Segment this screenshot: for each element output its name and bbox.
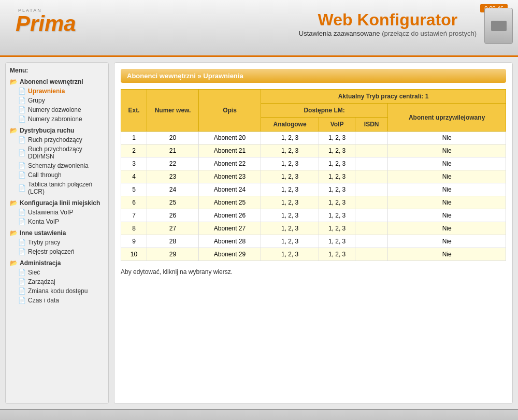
- sidebar-item-lcr[interactable]: 📄 Tablica tanich połączeń (LCR): [18, 180, 104, 196]
- cell-numer: 22: [147, 157, 199, 170]
- cell-isdn: [355, 248, 388, 261]
- cell-analogowe: 1, 2, 3: [261, 144, 319, 157]
- cell-voip: 1, 2, 3: [319, 222, 355, 235]
- sidebar-group-konfiguracja-header[interactable]: 📂 Konfiguracja linii miejskich: [10, 198, 104, 208]
- sidebar-group-inne-label: Inne ustawienia: [20, 229, 66, 237]
- main-container: Menu: 📂 Abonenci wewnętrzni 📄 Uprawnieni…: [0, 57, 518, 409]
- sidebar-group-konfiguracja: 📂 Konfiguracja linii miejskich 📄 Ustawie…: [10, 198, 104, 226]
- cell-voip: 1, 2, 3: [319, 209, 355, 222]
- table-row[interactable]: 3 22 Abonent 22 1, 2, 3 1, 2, 3 Nie: [121, 157, 506, 170]
- sidebar-group-administracja-header[interactable]: 📂 Administracja: [10, 258, 104, 268]
- sidebar-item-ruch-przychodzacy[interactable]: 📄 Ruch przychodzący: [18, 135, 104, 144]
- cell-opis: Abonent 24: [199, 183, 261, 196]
- cell-ext: 5: [121, 183, 147, 196]
- table-row[interactable]: 2 21 Abonent 21 1, 2, 3 1, 2, 3 Nie: [121, 144, 506, 157]
- cell-numer: 26: [147, 209, 199, 222]
- sidebar-item-uprawnienia[interactable]: 📄 Uprawnienia: [18, 86, 104, 96]
- ustawienia-label: Ustawienia zaawansowane: [299, 30, 380, 37]
- sidebar-group-administracja-label: Administracja: [20, 259, 61, 267]
- ustawienia-subtitle: Ustawienia zaawansowane (przełącz do ust…: [299, 30, 477, 37]
- cell-voip: 1, 2, 3: [319, 196, 355, 209]
- cell-isdn: [355, 222, 388, 235]
- col-numer-header: Numer wew.: [147, 90, 199, 132]
- platan-logo-icon: [251, 416, 267, 421]
- cell-numer: 24: [147, 183, 199, 196]
- abonent-header: Abonent uprzywilejowany: [388, 104, 506, 132]
- table-row[interactable]: 8 27 Abonent 27 1, 2, 3 1, 2, 3 Nie: [121, 222, 506, 235]
- cell-voip: 1, 2, 3: [319, 235, 355, 248]
- folder-open-icon-2: 📂: [10, 127, 18, 134]
- sidebar-item-ruch-ddi[interactable]: 📄 Ruch przychodzący DDI/MSN: [18, 144, 104, 161]
- doc-icon-8: 📄: [18, 171, 26, 179]
- footer-logo: PLATAN: [244, 416, 273, 421]
- sidebar-item-konta-voip[interactable]: 📄 Konta VoIP: [18, 217, 104, 226]
- ustawienia-link[interactable]: (przełącz do ustawień prostych): [382, 30, 477, 37]
- sidebar-item-lcr-label: Tablica tanich połączeń (LCR): [28, 181, 104, 195]
- cell-ext: 10: [121, 248, 147, 261]
- table-row[interactable]: 10 29 Abonent 29 1, 2, 3 1, 2, 3 Nie: [121, 248, 506, 261]
- cell-voip: 1, 2, 3: [319, 144, 355, 157]
- sidebar-item-czas-data[interactable]: 📄 Czas i data: [18, 296, 104, 305]
- sidebar-group-konfiguracja-label: Konfiguracja linii miejskich: [20, 199, 100, 207]
- cell-numer: 21: [147, 144, 199, 157]
- sidebar-group-abonenci-children: 📄 Uprawnienia 📄 Grupy 📄 Numery dozwolone…: [10, 86, 104, 124]
- sidebar-group-inne-header[interactable]: 📂 Inne ustawienia: [10, 228, 104, 238]
- cell-analogowe: 1, 2, 3: [261, 183, 319, 196]
- router-icon: [484, 8, 513, 44]
- cell-opis: Abonent 26: [199, 209, 261, 222]
- table-row[interactable]: 9 28 Abonent 28 1, 2, 3 1, 2, 3 Nie: [121, 235, 506, 248]
- sidebar-group-dystrybucja-children: 📄 Ruch przychodzący 📄 Ruch przychodzący …: [10, 135, 104, 196]
- header: 0.00.46 PLATAN Prima Web Konfigurator Us…: [0, 0, 518, 57]
- sidebar-group-abonenci-header[interactable]: 📂 Abonenci wewnętrzni: [10, 77, 104, 86]
- cell-opis: Abonent 28: [199, 235, 261, 248]
- footer: PLATAN: [0, 409, 518, 420]
- cell-numer: 20: [147, 132, 199, 144]
- table-row[interactable]: 4 23 Abonent 23 1, 2, 3 1, 2, 3 Nie: [121, 170, 506, 183]
- cell-ext: 7: [121, 209, 147, 222]
- cell-isdn: [355, 209, 388, 222]
- doc-icon-10: 📄: [18, 209, 26, 216]
- sidebar-item-siec[interactable]: 📄 Sieć: [18, 268, 104, 277]
- header-title-area: Web Konfigurator Ustawienia zaawansowane…: [299, 10, 477, 37]
- sidebar-item-numery-dozwolone[interactable]: 📄 Numery dozwolone: [18, 105, 104, 114]
- cell-abonent: Nie: [388, 196, 506, 209]
- doc-icon-6: 📄: [18, 149, 26, 156]
- cell-ext: 1: [121, 132, 147, 144]
- isdn-header: ISDN: [355, 118, 388, 132]
- cell-opis: Abonent 21: [199, 144, 261, 157]
- sidebar-group-dystrybucja-header[interactable]: 📂 Dystrybucja ruchu: [10, 126, 104, 135]
- sidebar-group-dystrybucja-label: Dystrybucja ruchu: [20, 127, 74, 134]
- analogowe-header: Analogowe: [261, 118, 319, 132]
- cell-numer: 27: [147, 222, 199, 235]
- cell-numer: 29: [147, 248, 199, 261]
- sidebar-item-zmiana-kodu[interactable]: 📄 Zmiana kodu dostępu: [18, 286, 104, 296]
- sidebar-item-ustawienia-voip[interactable]: 📄 Ustawienia VoIP: [18, 208, 104, 217]
- table-row[interactable]: 5 24 Abonent 24 1, 2, 3 1, 2, 3 Nie: [121, 183, 506, 196]
- table-row[interactable]: 1 20 Abonent 20 1, 2, 3 1, 2, 3 Nie: [121, 132, 506, 144]
- sidebar-item-grupy[interactable]: 📄 Grupy: [18, 96, 104, 105]
- web-konfigurator-title: Web Konfigurator: [299, 10, 477, 30]
- prima-logo: Prima: [16, 13, 76, 35]
- cell-ext: 4: [121, 170, 147, 183]
- sidebar-item-tryby-pracy[interactable]: 📄 Tryby pracy: [18, 238, 104, 247]
- cell-opis: Abonent 23: [199, 170, 261, 183]
- breadcrumb: Abonenci wewnętrzni » Uprawnienia: [121, 69, 506, 83]
- folder-open-icon-3: 📂: [10, 199, 18, 207]
- sidebar-item-schematy[interactable]: 📄 Schematy dzwonienia: [18, 161, 104, 170]
- sidebar-item-tryby-pracy-label: Tryby pracy: [28, 239, 60, 246]
- sidebar-item-call-through-label: Call through: [28, 171, 62, 179]
- sidebar-item-call-through[interactable]: 📄 Call through: [18, 170, 104, 180]
- cell-abonent: Nie: [388, 170, 506, 183]
- cell-isdn: [355, 157, 388, 170]
- sidebar-item-rejestr[interactable]: 📄 Rejestr połączeń: [18, 247, 104, 256]
- table-row[interactable]: 6 25 Abonent 25 1, 2, 3 1, 2, 3 Nie: [121, 196, 506, 209]
- doc-icon-3: 📄: [18, 106, 26, 113]
- folder-open-icon-5: 📂: [10, 259, 18, 267]
- table-row[interactable]: 7 26 Abonent 26 1, 2, 3 1, 2, 3 Nie: [121, 209, 506, 222]
- sidebar-item-ustawienia-voip-label: Ustawienia VoIP: [28, 209, 73, 216]
- sidebar-item-zarzadzaj[interactable]: 📄 Zarządzaj: [18, 277, 104, 286]
- doc-icon-2: 📄: [18, 97, 26, 104]
- sidebar-item-numery-zabronione[interactable]: 📄 Numery zabronione: [18, 114, 104, 124]
- mode-header: Aktualny Tryb pracy centrali: 1: [261, 90, 506, 104]
- cell-abonent: Nie: [388, 183, 506, 196]
